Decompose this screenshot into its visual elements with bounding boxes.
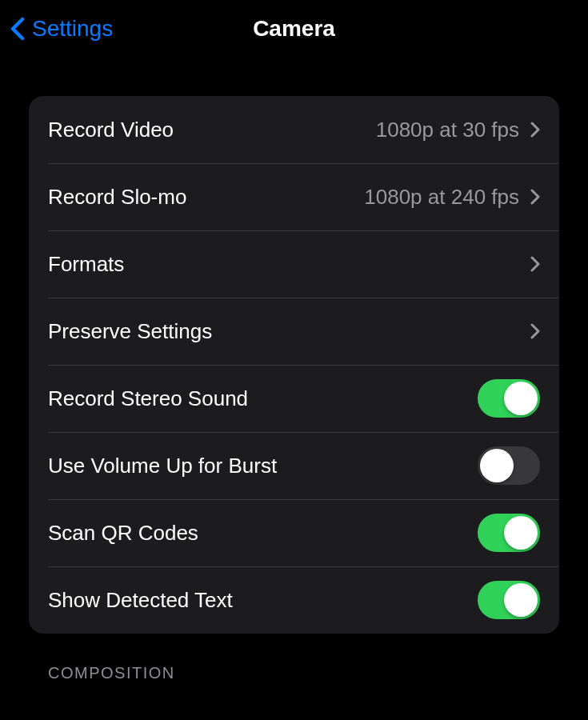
- chevron-right-icon: [530, 122, 540, 138]
- settings-group: Record Video 1080p at 30 fps Record Slo-…: [29, 96, 559, 634]
- row-label: Record Slo-mo: [48, 185, 186, 210]
- row-scan-qr-codes: Scan QR Codes: [29, 499, 559, 566]
- row-detail: 1080p at 240 fps: [364, 185, 519, 210]
- section-header-composition: COMPOSITION: [29, 634, 559, 682]
- back-button[interactable]: Settings: [10, 16, 113, 42]
- toggle-knob: [480, 449, 514, 482]
- toggle-show-detected-text[interactable]: [478, 581, 540, 619]
- chevron-right-icon: [530, 323, 540, 339]
- row-label: Formats: [48, 252, 124, 277]
- row-formats[interactable]: Formats: [29, 230, 559, 298]
- row-show-detected-text: Show Detected Text: [29, 566, 559, 634]
- row-label: Show Detected Text: [48, 588, 233, 613]
- back-label: Settings: [32, 16, 113, 42]
- row-volume-up-burst: Use Volume Up for Burst: [29, 432, 559, 499]
- toggle-knob: [504, 583, 538, 617]
- row-record-video[interactable]: Record Video 1080p at 30 fps: [29, 96, 559, 163]
- row-label: Record Stereo Sound: [48, 386, 248, 411]
- chevron-right-icon: [530, 256, 540, 272]
- row-preserve-settings[interactable]: Preserve Settings: [29, 298, 559, 365]
- toggle-knob: [504, 382, 538, 415]
- row-label: Scan QR Codes: [48, 521, 198, 546]
- row-label: Record Video: [48, 118, 174, 142]
- toggle-scan-qr-codes[interactable]: [478, 514, 540, 552]
- row-record-slomo[interactable]: Record Slo-mo 1080p at 240 fps: [29, 163, 559, 230]
- nav-bar: Settings Camera: [0, 0, 588, 58]
- row-label: Preserve Settings: [48, 319, 212, 344]
- chevron-left-icon: [10, 17, 26, 41]
- toggle-knob: [504, 516, 538, 550]
- row-label: Use Volume Up for Burst: [48, 454, 277, 478]
- toggle-record-stereo-sound[interactable]: [478, 379, 540, 418]
- chevron-right-icon: [530, 189, 540, 205]
- row-detail: 1080p at 30 fps: [376, 118, 519, 142]
- toggle-volume-up-burst[interactable]: [478, 446, 540, 485]
- row-record-stereo-sound: Record Stereo Sound: [29, 365, 559, 432]
